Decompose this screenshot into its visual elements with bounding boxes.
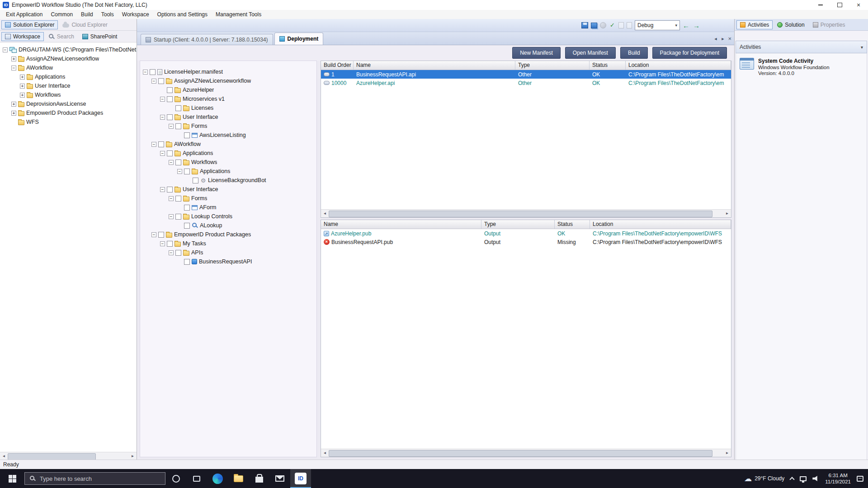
tree-item-aworkflow[interactable]: −AWorkflow (140, 140, 316, 149)
taskbar-app-store-icon[interactable] (249, 469, 269, 488)
collapse-icon[interactable]: − (160, 151, 165, 156)
checkbox[interactable] (167, 114, 173, 120)
view-workspace[interactable]: Workspace (1, 32, 44, 41)
build-button[interactable]: Build (620, 47, 648, 59)
collapse-icon[interactable]: − (143, 70, 148, 75)
scroll-left-icon[interactable] (321, 450, 329, 457)
tree-item-licenses[interactable]: Licenses (140, 103, 316, 113)
start-button[interactable] (0, 469, 24, 488)
checkbox[interactable] (175, 196, 181, 202)
column-header-status[interactable]: Status (555, 220, 590, 229)
tree-item-licensehelper-manifest[interactable]: −LicenseHelper.manifest (140, 67, 316, 76)
tree-item-drgautam-ws-c-program-files-thedotnetfac[interactable]: −DRGAUTAM-WS (C:\Program Files\TheDotNet… (0, 45, 137, 54)
checkbox[interactable] (184, 259, 190, 265)
save-all-icon[interactable] (591, 23, 597, 28)
checkbox[interactable] (150, 69, 156, 75)
tree-item-apis[interactable]: −APIs (140, 248, 316, 257)
table-row[interactable]: 10000AzureHelper.apiOtherOKC:\Program Fi… (321, 79, 731, 87)
collapse-icon[interactable]: − (160, 115, 165, 120)
collapse-icon[interactable]: − (169, 250, 174, 255)
checkbox[interactable] (158, 78, 164, 84)
collapse-icon[interactable]: − (11, 66, 16, 70)
column-header-location[interactable]: Location (590, 220, 731, 229)
tree-item-assignaznewlicenseorkflow[interactable]: +AssignAZNewLicenseorkflow (0, 54, 137, 63)
new-manifest-button[interactable]: New Manifest (512, 47, 561, 59)
tab-solution-explorer[interactable]: Solution Explorer (1, 20, 58, 29)
checkbox[interactable] (193, 178, 198, 183)
expand-icon[interactable]: + (11, 102, 16, 107)
scroll-right-icon[interactable] (723, 210, 731, 217)
tree-item-aform[interactable]: AForm (140, 203, 316, 212)
scrollbar-thumb[interactable] (329, 450, 712, 457)
tree-item-empowerid-product-packages[interactable]: −EmpowerID Product Packages (140, 230, 316, 239)
taskbar-app-cortana-icon[interactable] (165, 469, 186, 488)
output-grid-hscrollbar[interactable] (321, 449, 731, 457)
tree-item-workflows[interactable]: −Workflows (140, 158, 316, 167)
back-arrow-icon[interactable] (683, 22, 689, 29)
tab-activities[interactable]: Activities (736, 20, 773, 29)
tree-item-forms[interactable]: −Forms (140, 122, 316, 131)
tree-item-microservices-v1[interactable]: −Microservices v1 (140, 94, 316, 103)
close-button[interactable] (849, 0, 868, 10)
scrollbar-track[interactable] (329, 450, 723, 457)
checkbox[interactable] (167, 150, 173, 156)
tree-item-applications[interactable]: +Applications (0, 72, 137, 81)
tree-item-workflows[interactable]: +Workflows (0, 90, 137, 99)
checkbox[interactable] (184, 132, 190, 138)
table-row[interactable]: BusinessRequestAPI.pubOutputMissingC:\Pr… (321, 238, 731, 246)
solution-tree-hscrollbar[interactable] (0, 452, 137, 460)
build-grid-hscrollbar[interactable] (321, 209, 731, 217)
column-header-name[interactable]: Name (354, 61, 515, 70)
tree-item-my-tasks[interactable]: −My Tasks (140, 239, 316, 248)
checkbox[interactable] (184, 169, 190, 174)
tab-startup-client-4-0-0-0-server-7-188-0-15034[interactable]: Startup (Client: 4.0.0.0 | Server: 7.188… (141, 34, 273, 45)
collapse-icon[interactable]: − (151, 79, 156, 84)
save-icon[interactable] (581, 22, 588, 28)
menu-item-build[interactable]: Build (77, 10, 97, 19)
minimize-button[interactable] (811, 0, 830, 10)
list-item[interactable]: System Code Activity Windows Workflow Fo… (740, 58, 863, 76)
menu-item-common[interactable]: Common (47, 10, 77, 19)
package-for-deployment-button[interactable]: Package for Deployment (652, 47, 727, 59)
checkbox[interactable] (167, 187, 173, 192)
view-search[interactable]: Search (45, 32, 78, 41)
checkbox[interactable] (167, 241, 173, 247)
collapse-icon[interactable]: − (169, 160, 174, 165)
volume-icon[interactable] (812, 476, 819, 482)
scroll-right-icon[interactable] (723, 450, 731, 457)
validate-icon[interactable] (609, 22, 616, 28)
tree-item-user-interface[interactable]: −User Interface (140, 185, 316, 194)
expand-icon[interactable]: + (20, 84, 25, 89)
expand-icon[interactable]: + (11, 56, 16, 61)
tree-item-alookup[interactable]: ALookup (140, 221, 316, 230)
taskbar-app-empowerid-icon[interactable] (290, 469, 311, 488)
collapse-icon[interactable]: − (177, 169, 182, 174)
tab-properties[interactable]: Properties (809, 20, 849, 29)
checkbox[interactable] (167, 87, 173, 93)
view-sharepoint[interactable]: SharePoint (79, 32, 121, 41)
menu-item-management-tools[interactable]: Management Tools (212, 10, 265, 19)
menu-item-options-and-settings[interactable]: Options and Settings (153, 10, 212, 19)
collapse-icon[interactable]: − (151, 142, 156, 147)
open-manifest-button[interactable]: Open Manifest (565, 47, 616, 59)
checkbox[interactable] (175, 105, 181, 111)
tree-item-user-interface[interactable]: −User Interface (140, 113, 316, 122)
column-header-status[interactable]: Status (590, 61, 626, 70)
checkbox[interactable] (158, 232, 164, 238)
taskbar-search-input[interactable]: Type here to search (24, 472, 165, 485)
tree-item-applications[interactable]: −Applications (140, 167, 316, 176)
expand-icon[interactable]: + (20, 93, 25, 98)
debug-config-dropdown[interactable]: Debug (635, 20, 680, 30)
tree-item-awslicenselisting[interactable]: AwsLicenseListing (140, 131, 316, 140)
taskbar-app-taskview-icon[interactable] (186, 469, 207, 488)
collapse-icon[interactable]: − (151, 232, 156, 237)
scroll-right-icon[interactable] (721, 37, 725, 41)
tree-item-forms[interactable]: −Forms (140, 194, 316, 203)
checkbox[interactable] (175, 214, 181, 220)
activities-header[interactable]: Activities (736, 41, 867, 53)
checkbox[interactable] (175, 250, 181, 256)
tree-item-assignaznewlicenseworkflow[interactable]: −AssignAZNewLicenseworkflow (140, 76, 316, 85)
taskbar-app-edge-icon[interactable] (207, 469, 228, 488)
scrollbar-track[interactable] (329, 210, 723, 217)
tree-item-empowerid-product-packages[interactable]: +EmpowerID Product Packages (0, 108, 137, 117)
